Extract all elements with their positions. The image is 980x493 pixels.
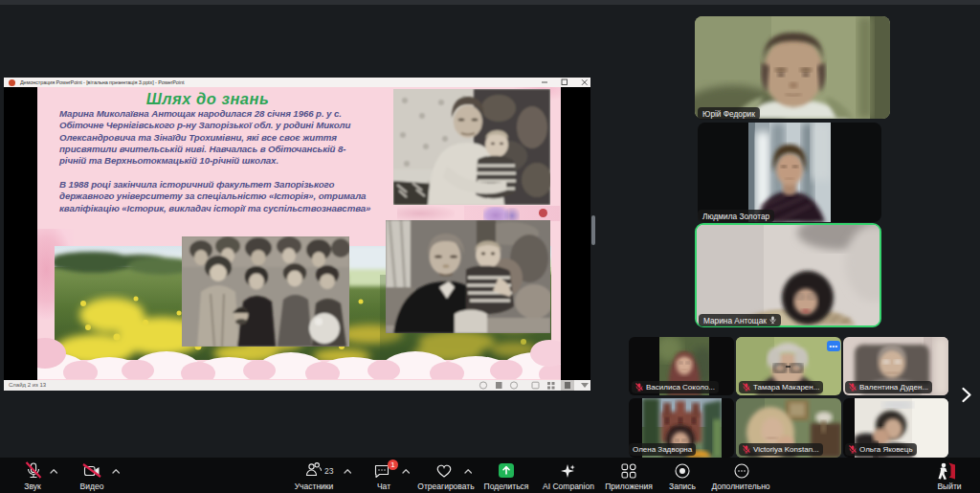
svg-text:1: 1	[390, 460, 395, 469]
svg-text:23: 23	[324, 466, 334, 476]
